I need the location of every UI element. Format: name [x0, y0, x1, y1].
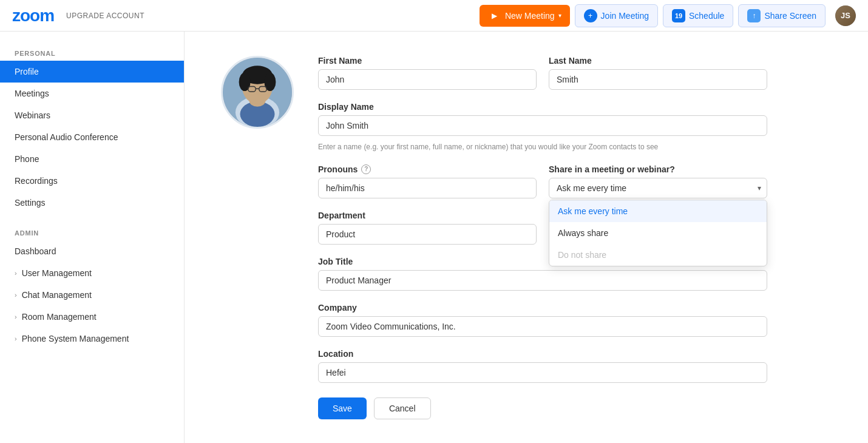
- avatar-image: JS: [835, 5, 856, 26]
- last-name-label: Last Name: [549, 56, 767, 66]
- display-name-hint: Enter a name (e.g. your first name, full…: [318, 142, 767, 152]
- profile-avatar: [221, 56, 294, 129]
- sidebar-dashboard-label: Dashboard: [15, 246, 56, 256]
- sidebar-item-phone[interactable]: Phone: [0, 148, 184, 170]
- pronouns-help-icon[interactable]: ?: [361, 164, 371, 174]
- main-content: First Name Last Name Display Name Enter …: [185, 32, 868, 443]
- company-label: Company: [318, 303, 767, 313]
- sidebar-item-phone-system[interactable]: › Phone System Management: [0, 328, 184, 350]
- company-row: Company: [318, 303, 767, 337]
- sidebar-item-settings[interactable]: Settings: [0, 192, 184, 214]
- share-label: Share in a meeting or webinar?: [549, 164, 767, 174]
- sidebar-item-webinars[interactable]: Webinars: [0, 104, 184, 126]
- sidebar-settings-label: Settings: [15, 198, 46, 208]
- sidebar-user-management-label: User Management: [22, 268, 92, 278]
- avatar-section: [221, 56, 294, 419]
- sidebar-meetings-label: Meetings: [15, 89, 49, 98]
- schedule-icon: 19: [672, 9, 685, 22]
- company-group: Company: [318, 303, 767, 337]
- last-name-group: Last Name: [549, 56, 767, 90]
- sidebar-item-room-management[interactable]: › Room Management: [0, 306, 184, 328]
- sidebar-item-personal-audio[interactable]: Personal Audio Conference: [0, 126, 184, 148]
- share-icon: ↑: [747, 9, 761, 22]
- chevron-right-icon: ›: [15, 335, 17, 342]
- sidebar-personal-audio-label: Personal Audio Conference: [15, 132, 118, 142]
- sidebar-recordings-label: Recordings: [15, 176, 58, 186]
- display-name-input[interactable]: [318, 115, 767, 136]
- pronouns-label: Pronouns ?: [318, 164, 537, 174]
- plus-icon: +: [584, 9, 597, 22]
- chevron-down-icon: ▾: [558, 12, 561, 19]
- zoom-logo: zoom: [12, 6, 54, 25]
- chevron-right-icon: ›: [15, 269, 17, 277]
- profile-form: First Name Last Name Display Name Enter …: [318, 56, 767, 419]
- svg-point-6: [239, 73, 251, 91]
- dropdown-item-always[interactable]: Always share: [549, 222, 767, 244]
- form-actions: Save Cancel: [318, 397, 767, 419]
- share-group: Share in a meeting or webinar? Ask me ev…: [549, 164, 767, 198]
- location-input[interactable]: [318, 362, 767, 383]
- share-select[interactable]: Ask me every time Always share Do not sh…: [549, 178, 767, 198]
- new-meeting-button[interactable]: ▶ New Meeting ▾: [480, 5, 570, 27]
- sidebar-item-user-management[interactable]: › User Management: [0, 262, 184, 284]
- cancel-button[interactable]: Cancel: [374, 397, 431, 419]
- save-button[interactable]: Save: [318, 397, 367, 419]
- pronouns-group: Pronouns ?: [318, 164, 537, 198]
- logo-container: zoom: [12, 6, 54, 25]
- pronouns-row: Pronouns ? Share in a meeting or webinar…: [318, 164, 767, 198]
- department-label: Department: [318, 211, 537, 220]
- first-name-group: First Name: [318, 56, 537, 90]
- admin-section-label: ADMIN: [0, 223, 184, 240]
- upgrade-account-label[interactable]: UPGRADE ACCOUNT: [66, 12, 144, 20]
- header-actions: ▶ New Meeting ▾ + Join Meeting 19 Schedu…: [480, 4, 856, 27]
- location-group: Location: [318, 349, 767, 383]
- sidebar-item-recordings[interactable]: Recordings: [0, 170, 184, 192]
- chevron-right-icon: ›: [15, 291, 17, 299]
- display-name-label: Display Name: [318, 102, 767, 112]
- join-meeting-button[interactable]: + Join Meeting: [575, 4, 658, 27]
- location-row: Location: [318, 349, 767, 383]
- sidebar-profile-label: Profile: [15, 67, 39, 76]
- first-name-input[interactable]: [318, 69, 537, 90]
- app-layout: PERSONAL Profile Meetings Webinars Perso…: [0, 0, 868, 443]
- display-name-row: Display Name Enter a name (e.g. your fir…: [318, 102, 767, 152]
- department-input[interactable]: [318, 224, 537, 245]
- sidebar-item-dashboard[interactable]: Dashboard: [0, 240, 184, 262]
- sidebar-room-management-label: Room Management: [22, 312, 97, 322]
- department-group: Department: [318, 211, 537, 245]
- sidebar-item-meetings[interactable]: Meetings: [0, 83, 184, 104]
- display-name-group: Display Name Enter a name (e.g. your fir…: [318, 102, 767, 152]
- sidebar-phone-label: Phone: [15, 154, 39, 164]
- svg-point-7: [264, 73, 276, 91]
- schedule-button[interactable]: 19 Schedule: [663, 4, 733, 27]
- share-screen-button[interactable]: ↑ Share Screen: [738, 4, 826, 27]
- personal-section-label: PERSONAL: [0, 44, 184, 61]
- sidebar: PERSONAL Profile Meetings Webinars Perso…: [0, 32, 185, 443]
- dropdown-item-never[interactable]: Do not share: [549, 244, 767, 266]
- app-header: zoom UPGRADE ACCOUNT ▶ New Meeting ▾ + J…: [0, 0, 868, 32]
- chevron-right-icon: ›: [15, 313, 17, 320]
- first-name-label: First Name: [318, 56, 537, 66]
- dropdown-item-ask[interactable]: Ask me every time: [549, 200, 767, 222]
- sidebar-webinars-label: Webinars: [15, 110, 50, 120]
- video-icon: ▶: [488, 9, 501, 22]
- sidebar-chat-management-label: Chat Management: [22, 290, 92, 300]
- last-name-input[interactable]: [549, 69, 767, 90]
- pronouns-input[interactable]: [318, 178, 537, 198]
- share-dropdown: Ask me every time Always share Do not sh…: [549, 200, 767, 266]
- company-input[interactable]: [318, 316, 767, 337]
- sidebar-phone-system-label: Phone System Management: [22, 334, 129, 343]
- sidebar-item-profile[interactable]: Profile: [0, 61, 184, 83]
- sidebar-item-chat-management[interactable]: › Chat Management: [0, 284, 184, 306]
- user-avatar[interactable]: JS: [835, 5, 856, 26]
- share-select-wrapper: Ask me every time Always share Do not sh…: [549, 178, 767, 198]
- avatar-svg: [223, 56, 292, 129]
- name-row: First Name Last Name: [318, 56, 767, 90]
- profile-section: First Name Last Name Display Name Enter …: [221, 56, 767, 419]
- location-label: Location: [318, 349, 767, 359]
- job-title-input[interactable]: [318, 270, 767, 291]
